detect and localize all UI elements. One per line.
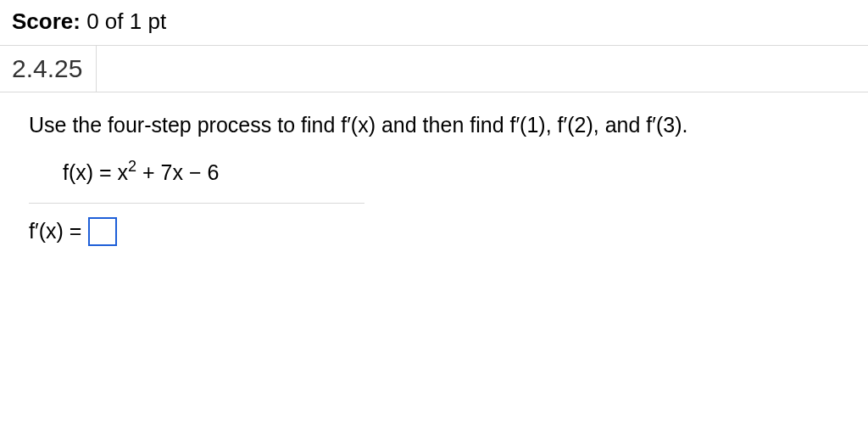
equation-rhs-pre: x xyxy=(118,160,129,184)
score-label: Score: xyxy=(12,8,81,34)
answer-label: f′(x) = xyxy=(29,217,81,246)
given-equation: f(x) = x2 + 7x − 6 xyxy=(29,159,364,204)
answer-row: f′(x) = xyxy=(29,217,839,246)
instruction-text: Use the four-step process to find f′(x) … xyxy=(29,111,839,140)
question-content: Use the four-step process to find f′(x) … xyxy=(0,92,868,265)
equation-lhs: f(x) = xyxy=(63,160,112,184)
equation-rhs-sup: 2 xyxy=(128,158,136,175)
question-number: 2.4.25 xyxy=(0,46,97,92)
equation-rhs-post: + 7x − 6 xyxy=(136,160,219,184)
question-header: 2.4.25 xyxy=(0,46,868,92)
answer-input[interactable] xyxy=(88,217,117,246)
score-value: 0 of 1 pt xyxy=(86,8,166,34)
score-bar: Score: 0 of 1 pt xyxy=(0,0,868,46)
